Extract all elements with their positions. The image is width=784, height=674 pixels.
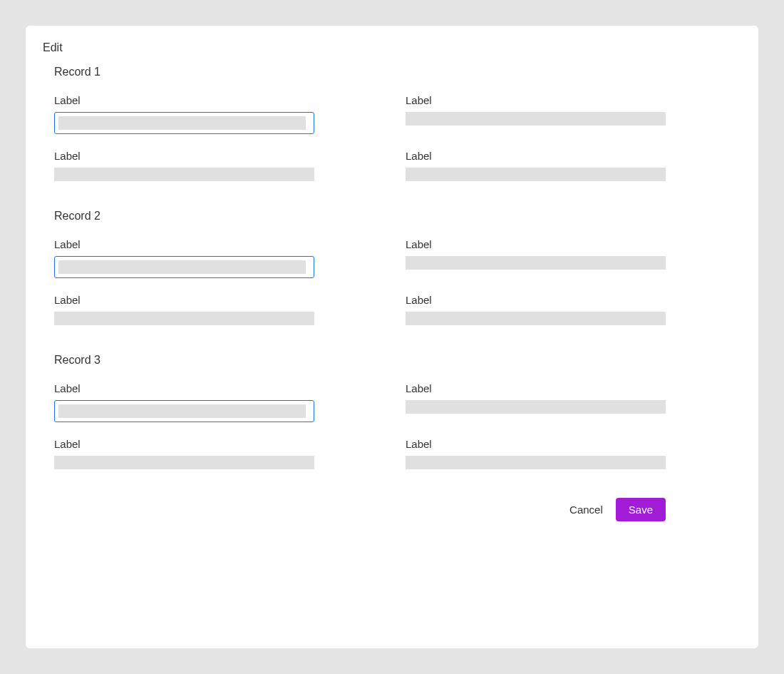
field-grid: Label Label Label Label bbox=[54, 238, 666, 325]
field-label: Label bbox=[54, 294, 314, 306]
input-placeholder-bar bbox=[54, 168, 314, 181]
text-input[interactable] bbox=[54, 256, 314, 278]
record-2-field-3: Label bbox=[54, 294, 314, 325]
record-3-field-1: Label bbox=[54, 382, 314, 422]
record-2-field-2: Label bbox=[406, 238, 666, 278]
input-placeholder-bar bbox=[406, 400, 666, 414]
text-input[interactable] bbox=[54, 456, 314, 469]
text-input[interactable] bbox=[406, 256, 666, 270]
input-placeholder-bar bbox=[406, 312, 666, 325]
record-3: Record 3 Label Label Label Label bbox=[54, 354, 666, 469]
input-placeholder-bar bbox=[406, 112, 666, 126]
record-2: Record 2 Label Label Label Label bbox=[54, 210, 666, 325]
record-3-field-2: Label bbox=[406, 382, 666, 422]
text-input[interactable] bbox=[406, 112, 666, 126]
field-label: Label bbox=[54, 438, 314, 450]
form-actions: Cancel Save bbox=[43, 498, 741, 521]
save-button[interactable]: Save bbox=[616, 498, 666, 521]
edit-card: Edit Record 1 Label Label Label Labe bbox=[26, 26, 758, 648]
field-grid: Label Label Label Label bbox=[54, 94, 666, 181]
input-placeholder-bar bbox=[54, 312, 314, 325]
record-2-field-1: Label bbox=[54, 238, 314, 278]
field-label: Label bbox=[406, 382, 666, 394]
field-label: Label bbox=[406, 150, 666, 162]
record-3-field-4: Label bbox=[406, 438, 666, 469]
field-label: Label bbox=[54, 382, 314, 394]
page-title: Edit bbox=[43, 41, 741, 54]
record-1-field-1: Label bbox=[54, 94, 314, 134]
record-1-field-4: Label bbox=[406, 150, 666, 181]
record-1-field-3: Label bbox=[54, 150, 314, 181]
text-input[interactable] bbox=[54, 168, 314, 181]
field-label: Label bbox=[54, 94, 314, 106]
input-placeholder-bar bbox=[58, 116, 306, 130]
field-label: Label bbox=[406, 438, 666, 450]
record-title: Record 2 bbox=[54, 210, 666, 223]
record-title: Record 1 bbox=[54, 66, 666, 78]
field-label: Label bbox=[54, 150, 314, 162]
text-input[interactable] bbox=[406, 400, 666, 414]
record-1: Record 1 Label Label Label Label bbox=[54, 66, 666, 181]
input-placeholder-bar bbox=[406, 168, 666, 181]
field-grid: Label Label Label Label bbox=[54, 382, 666, 469]
field-label: Label bbox=[406, 238, 666, 250]
record-title: Record 3 bbox=[54, 354, 666, 367]
text-input[interactable] bbox=[406, 168, 666, 181]
record-3-field-3: Label bbox=[54, 438, 314, 469]
cancel-button[interactable]: Cancel bbox=[569, 498, 603, 521]
input-placeholder-bar bbox=[54, 456, 314, 469]
text-input[interactable] bbox=[54, 400, 314, 422]
text-input[interactable] bbox=[54, 112, 314, 134]
input-placeholder-bar bbox=[406, 456, 666, 469]
record-2-field-4: Label bbox=[406, 294, 666, 325]
field-label: Label bbox=[406, 294, 666, 306]
text-input[interactable] bbox=[406, 312, 666, 325]
input-placeholder-bar bbox=[58, 260, 306, 274]
field-label: Label bbox=[54, 238, 314, 250]
input-placeholder-bar bbox=[406, 256, 666, 270]
record-1-field-2: Label bbox=[406, 94, 666, 134]
text-input[interactable] bbox=[406, 456, 666, 469]
records-container: Record 1 Label Label Label Label bbox=[43, 66, 741, 469]
field-label: Label bbox=[406, 94, 666, 106]
text-input[interactable] bbox=[54, 312, 314, 325]
input-placeholder-bar bbox=[58, 404, 306, 418]
